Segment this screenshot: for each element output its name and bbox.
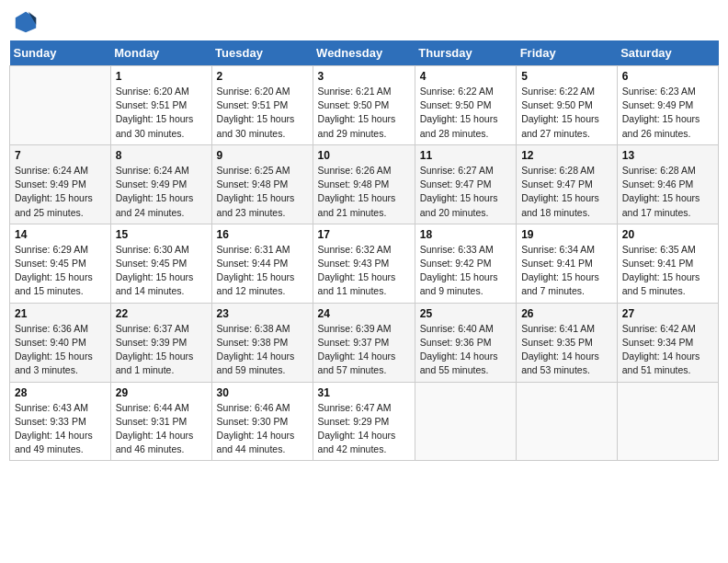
day-cell (415, 382, 516, 461)
col-header-sunday: Sunday (10, 40, 111, 66)
col-header-wednesday: Wednesday (313, 40, 415, 66)
day-cell: 27Sunrise: 6:42 AM Sunset: 9:34 PM Dayli… (617, 303, 718, 382)
day-cell: 11Sunrise: 6:27 AM Sunset: 9:47 PM Dayli… (415, 144, 516, 224)
day-cell (10, 66, 111, 145)
day-cell: 3Sunrise: 6:21 AM Sunset: 9:50 PM Daylig… (313, 66, 415, 145)
day-number: 26 (521, 307, 612, 320)
day-number: 12 (521, 149, 612, 162)
day-cell: 17Sunrise: 6:32 AM Sunset: 9:43 PM Dayli… (313, 224, 415, 303)
day-number: 10 (318, 149, 410, 162)
day-number: 20 (622, 228, 713, 241)
day-info: Sunrise: 6:37 AM Sunset: 9:39 PM Dayligh… (116, 322, 207, 378)
day-number: 1 (116, 70, 207, 83)
logo-icon (13, 9, 39, 35)
day-number: 18 (420, 228, 511, 241)
day-number: 28 (15, 386, 106, 399)
day-number: 3 (318, 70, 410, 83)
day-cell: 22Sunrise: 6:37 AM Sunset: 9:39 PM Dayli… (110, 303, 211, 382)
day-number: 24 (318, 307, 410, 320)
day-cell: 30Sunrise: 6:46 AM Sunset: 9:30 PM Dayli… (211, 382, 313, 461)
day-cell: 24Sunrise: 6:39 AM Sunset: 9:37 PM Dayli… (313, 303, 415, 382)
day-cell: 2Sunrise: 6:20 AM Sunset: 9:51 PM Daylig… (211, 66, 313, 145)
day-info: Sunrise: 6:27 AM Sunset: 9:47 PM Dayligh… (420, 164, 511, 220)
day-number: 29 (116, 386, 207, 399)
day-info: Sunrise: 6:22 AM Sunset: 9:50 PM Dayligh… (521, 85, 612, 141)
col-header-tuesday: Tuesday (211, 40, 313, 66)
day-cell: 13Sunrise: 6:28 AM Sunset: 9:46 PM Dayli… (617, 144, 718, 224)
col-header-friday: Friday (517, 40, 618, 66)
day-info: Sunrise: 6:47 AM Sunset: 9:29 PM Dayligh… (318, 401, 410, 457)
day-info: Sunrise: 6:42 AM Sunset: 9:34 PM Dayligh… (622, 322, 713, 378)
day-number: 19 (521, 228, 612, 241)
day-info: Sunrise: 6:23 AM Sunset: 9:49 PM Dayligh… (622, 85, 713, 141)
day-info: Sunrise: 6:25 AM Sunset: 9:48 PM Dayligh… (217, 164, 308, 220)
day-info: Sunrise: 6:31 AM Sunset: 9:44 PM Dayligh… (217, 243, 308, 299)
day-info: Sunrise: 6:24 AM Sunset: 9:49 PM Dayligh… (15, 164, 106, 220)
day-cell: 20Sunrise: 6:35 AM Sunset: 9:41 PM Dayli… (617, 224, 718, 303)
day-number: 25 (420, 307, 511, 320)
day-cell: 8Sunrise: 6:24 AM Sunset: 9:49 PM Daylig… (110, 144, 211, 224)
day-info: Sunrise: 6:43 AM Sunset: 9:33 PM Dayligh… (15, 401, 106, 457)
col-header-monday: Monday (110, 40, 211, 66)
day-cell (617, 382, 718, 461)
day-info: Sunrise: 6:20 AM Sunset: 9:51 PM Dayligh… (116, 85, 207, 141)
day-info: Sunrise: 6:28 AM Sunset: 9:47 PM Dayligh… (521, 164, 612, 220)
day-info: Sunrise: 6:20 AM Sunset: 9:51 PM Dayligh… (217, 85, 308, 141)
day-number: 13 (622, 149, 713, 162)
day-info: Sunrise: 6:26 AM Sunset: 9:48 PM Dayligh… (318, 164, 410, 220)
day-number: 9 (217, 149, 308, 162)
day-cell: 1Sunrise: 6:20 AM Sunset: 9:51 PM Daylig… (110, 66, 211, 145)
week-row-3: 14Sunrise: 6:29 AM Sunset: 9:45 PM Dayli… (10, 224, 719, 303)
day-number: 11 (420, 149, 511, 162)
day-number: 14 (15, 228, 106, 241)
header-row: SundayMondayTuesdayWednesdayThursdayFrid… (10, 40, 719, 66)
col-header-thursday: Thursday (415, 40, 516, 66)
day-number: 23 (217, 307, 308, 320)
week-row-5: 28Sunrise: 6:43 AM Sunset: 9:33 PM Dayli… (10, 382, 719, 461)
day-number: 5 (521, 70, 612, 83)
day-number: 2 (217, 70, 308, 83)
day-cell: 15Sunrise: 6:30 AM Sunset: 9:45 PM Dayli… (110, 224, 211, 303)
day-info: Sunrise: 6:33 AM Sunset: 9:42 PM Dayligh… (420, 243, 511, 299)
day-number: 30 (217, 386, 308, 399)
day-cell: 23Sunrise: 6:38 AM Sunset: 9:38 PM Dayli… (211, 303, 313, 382)
day-info: Sunrise: 6:28 AM Sunset: 9:46 PM Dayligh… (622, 164, 713, 220)
day-number: 27 (622, 307, 713, 320)
day-info: Sunrise: 6:39 AM Sunset: 9:37 PM Dayligh… (318, 322, 410, 378)
day-cell: 6Sunrise: 6:23 AM Sunset: 9:49 PM Daylig… (617, 66, 718, 145)
day-cell (517, 382, 618, 461)
calendar-table: SundayMondayTuesdayWednesdayThursdayFrid… (9, 40, 719, 461)
col-header-saturday: Saturday (617, 40, 718, 66)
day-info: Sunrise: 6:29 AM Sunset: 9:45 PM Dayligh… (15, 243, 106, 299)
day-number: 17 (318, 228, 410, 241)
day-cell: 5Sunrise: 6:22 AM Sunset: 9:50 PM Daylig… (517, 66, 618, 145)
day-number: 6 (622, 70, 713, 83)
svg-marker-0 (16, 12, 36, 32)
logo (13, 9, 42, 35)
week-row-1: 1Sunrise: 6:20 AM Sunset: 9:51 PM Daylig… (10, 66, 719, 145)
day-cell: 18Sunrise: 6:33 AM Sunset: 9:42 PM Dayli… (415, 224, 516, 303)
page-header (9, 9, 719, 35)
day-number: 8 (116, 149, 207, 162)
day-cell: 29Sunrise: 6:44 AM Sunset: 9:31 PM Dayli… (110, 382, 211, 461)
day-info: Sunrise: 6:46 AM Sunset: 9:30 PM Dayligh… (217, 401, 308, 457)
day-number: 31 (318, 386, 410, 399)
day-cell: 21Sunrise: 6:36 AM Sunset: 9:40 PM Dayli… (10, 303, 111, 382)
day-cell: 10Sunrise: 6:26 AM Sunset: 9:48 PM Dayli… (313, 144, 415, 224)
day-info: Sunrise: 6:21 AM Sunset: 9:50 PM Dayligh… (318, 85, 410, 141)
day-info: Sunrise: 6:32 AM Sunset: 9:43 PM Dayligh… (318, 243, 410, 299)
day-number: 21 (15, 307, 106, 320)
day-cell: 16Sunrise: 6:31 AM Sunset: 9:44 PM Dayli… (211, 224, 313, 303)
day-cell: 26Sunrise: 6:41 AM Sunset: 9:35 PM Dayli… (517, 303, 618, 382)
day-info: Sunrise: 6:24 AM Sunset: 9:49 PM Dayligh… (116, 164, 207, 220)
day-number: 4 (420, 70, 511, 83)
day-info: Sunrise: 6:38 AM Sunset: 9:38 PM Dayligh… (217, 322, 308, 378)
day-number: 7 (15, 149, 106, 162)
day-cell: 4Sunrise: 6:22 AM Sunset: 9:50 PM Daylig… (415, 66, 516, 145)
day-info: Sunrise: 6:36 AM Sunset: 9:40 PM Dayligh… (15, 322, 106, 378)
day-info: Sunrise: 6:44 AM Sunset: 9:31 PM Dayligh… (116, 401, 207, 457)
day-cell: 19Sunrise: 6:34 AM Sunset: 9:41 PM Dayli… (517, 224, 618, 303)
day-info: Sunrise: 6:22 AM Sunset: 9:50 PM Dayligh… (420, 85, 511, 141)
day-cell: 28Sunrise: 6:43 AM Sunset: 9:33 PM Dayli… (10, 382, 111, 461)
day-info: Sunrise: 6:35 AM Sunset: 9:41 PM Dayligh… (622, 243, 713, 299)
